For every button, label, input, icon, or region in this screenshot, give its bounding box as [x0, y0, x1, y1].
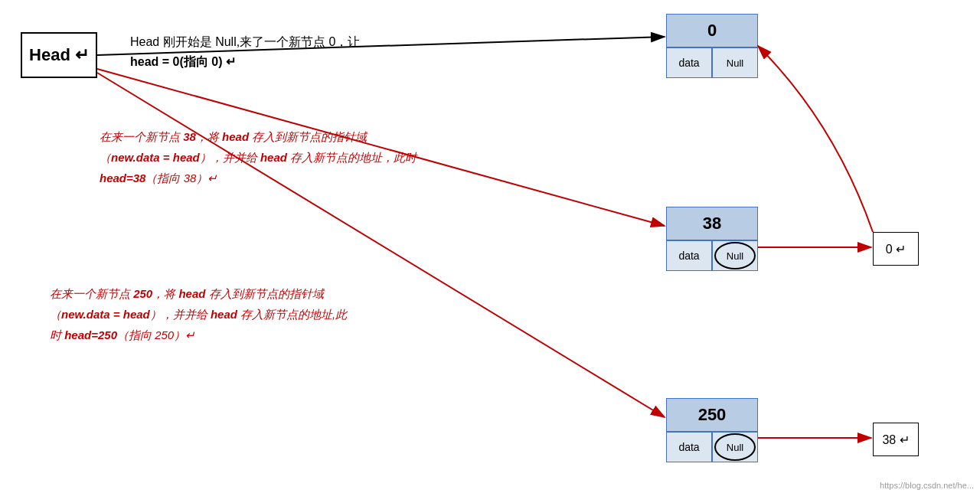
- node38-ptr-circle: Null: [714, 242, 756, 269]
- desc1-line1: Head 刚开始是 Null,来了一个新节点 0，让: [130, 35, 361, 48]
- watermark: https://blog.csdn.net/he...: [880, 481, 974, 490]
- node0-ptr: Null: [712, 47, 758, 78]
- node38-data: data: [666, 240, 712, 271]
- ref38-label: 38 ↵: [882, 433, 909, 447]
- node0-data: data: [666, 47, 712, 78]
- node250-value: 250: [666, 398, 758, 432]
- ref-box-38: 38 ↵: [873, 423, 919, 456]
- svg-line-4: [97, 73, 665, 417]
- desc1-line2: head = 0(指向 0) ↵: [130, 55, 236, 68]
- node250: 250 data Null: [666, 398, 758, 462]
- arrows-overlay: [0, 0, 980, 493]
- node38-ptr: Null: [712, 240, 758, 271]
- node0-value: 0: [666, 14, 758, 47]
- node250-ptr-circle: Null: [714, 433, 756, 461]
- desc1: Head 刚开始是 Null,来了一个新节点 0，让 head = 0(指向 0…: [130, 32, 361, 71]
- desc2: 在来一个新节点 38，将 head 存入到新节点的指针域 （new.data =…: [100, 126, 416, 188]
- node38-value: 38: [666, 207, 758, 240]
- canvas: Head ↵ Head 刚开始是 Null,来了一个新节点 0，让 head =…: [0, 0, 980, 493]
- node250-bottom: data Null: [666, 432, 758, 462]
- head-label: Head ↵: [29, 45, 89, 65]
- node38-bottom: data Null: [666, 240, 758, 271]
- desc3: 在来一个新节点 250，将 head 存入到新节点的指针域 （new.data …: [50, 283, 347, 345]
- head-box: Head ↵: [21, 32, 97, 78]
- node250-ptr: Null: [712, 432, 758, 462]
- ref-box-0: 0 ↵: [873, 232, 919, 266]
- node0-bottom: data Null: [666, 47, 758, 78]
- node0: 0 data Null: [666, 14, 758, 78]
- node250-data: data: [666, 432, 712, 462]
- ref0-label: 0 ↵: [886, 242, 906, 256]
- node38: 38 data Null: [666, 207, 758, 271]
